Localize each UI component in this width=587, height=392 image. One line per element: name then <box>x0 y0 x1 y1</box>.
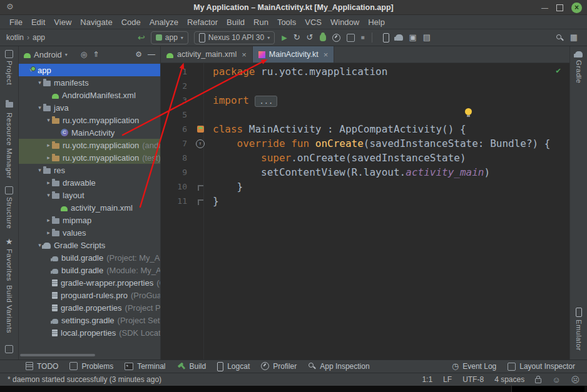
close-button[interactable]: × <box>571 3 582 13</box>
project-view-selector[interactable]: Android <box>34 50 62 59</box>
tree-item-manifests[interactable]: ▾manifests <box>19 76 160 89</box>
tool-window-gradle[interactable]: Gradle <box>570 50 587 84</box>
bottom-tool-build[interactable]: Build <box>171 362 212 371</box>
tab-activity-main-xml[interactable]: activity_main.xml× <box>161 46 253 63</box>
bottom-tool-layout-inspector[interactable]: Layout Inspector <box>502 362 581 371</box>
code-editor[interactable]: 1package ru.yotc.myapplication23import .… <box>161 63 569 359</box>
menu-window[interactable]: Window <box>326 16 364 28</box>
tree-item-build-gradle[interactable]: build.gradle(Project: My_Application) <box>19 251 160 264</box>
class-gutter-icon[interactable] <box>197 126 204 133</box>
locate-icon[interactable]: ◎ <box>81 50 87 59</box>
tree-item-gradle-wrapper-properties[interactable]: gradle-wrapper.properties(Gradle Version… <box>19 276 160 289</box>
collapsed-arrow-icon[interactable]: ▸ <box>45 154 52 161</box>
close-icon[interactable]: × <box>242 50 247 59</box>
collapsed-arrow-icon[interactable]: ▸ <box>45 142 52 148</box>
override-gutter-icon[interactable]: ↑ <box>196 139 205 148</box>
emoji-happy-icon[interactable]: ☺ <box>552 375 560 384</box>
run-config-selector[interactable]: app ▾ <box>151 31 188 44</box>
tool-window-structure[interactable]: Structure <box>0 186 18 229</box>
bottom-tool-logcat[interactable]: Logcat <box>212 362 255 371</box>
tree-item-ru-yotc-myapplication[interactable]: ▾ru.yotc.myapplication <box>19 114 160 126</box>
tool-window-build-variants[interactable]: Build Variants <box>0 285 18 333</box>
bottom-tool-app-inspection[interactable]: App Inspection <box>302 362 375 371</box>
menu-analyze[interactable]: Analyze <box>145 16 183 28</box>
back-arrow-icon[interactable]: ↩ <box>138 33 145 43</box>
minimize-button[interactable]: — <box>541 4 548 11</box>
search-icon[interactable] <box>556 34 564 42</box>
tree-item-res[interactable]: ▾res <box>19 164 160 176</box>
tool-window-layers[interactable] <box>0 345 18 353</box>
tree-item-drawable[interactable]: ▸drawable <box>19 176 160 189</box>
tool-window-emulator[interactable]: Emulator <box>570 308 587 351</box>
stop-icon[interactable]: ■ <box>361 33 365 42</box>
expanded-arrow-icon[interactable]: ▾ <box>36 79 43 86</box>
indent-indicator[interactable]: 4 spaces <box>494 375 524 384</box>
fold-marker-icon[interactable] <box>198 199 203 205</box>
tool-window-commander[interactable] <box>0 100 18 108</box>
collapsed-arrow-icon[interactable]: ▸ <box>45 217 52 223</box>
menu-refactor[interactable]: Refactor <box>183 16 222 28</box>
menu-run[interactable]: Run <box>249 16 273 28</box>
menu-help[interactable]: Help <box>364 16 389 28</box>
encoding-indicator[interactable]: UTF-8 <box>462 375 484 384</box>
apply-changes-icon[interactable]: ↻ <box>294 33 300 42</box>
collapsed-arrow-icon[interactable]: ▸ <box>45 179 52 186</box>
tree-item-layout[interactable]: ▾layout <box>19 189 160 201</box>
bottom-tool-profiler[interactable]: Profiler <box>255 362 302 371</box>
tree-item-activity-main-xml[interactable]: activity_main.xml <box>19 201 160 214</box>
apply-code-changes-icon[interactable]: ↺ <box>307 33 314 42</box>
device-manager-icon[interactable] <box>383 33 389 43</box>
close-icon[interactable]: × <box>324 50 329 59</box>
collapsed-arrow-icon[interactable]: ▸ <box>45 229 52 236</box>
tree-item-gradle-properties[interactable]: gradle.properties(Project Properties) <box>19 301 160 314</box>
collapse-all-icon[interactable]: ⇑ <box>93 50 99 59</box>
expanded-arrow-icon[interactable]: ▾ <box>45 117 52 123</box>
layout-validation-icon[interactable]: ▤ <box>423 33 431 42</box>
bottom-tool-terminal[interactable]: Terminal <box>119 362 171 371</box>
titlebar-gear-icon[interactable]: ⚙ <box>6 2 14 11</box>
tree-item-values[interactable]: ▸values <box>19 226 160 239</box>
tool-window-favorites[interactable]: ★ Favorites <box>0 238 18 281</box>
menu-build[interactable]: Build <box>222 16 249 28</box>
tree-item-ru-yotc-myapplication[interactable]: ▸ru.yotc.myapplication(test) <box>19 151 160 164</box>
settings-icon[interactable]: ⚙ <box>135 50 142 59</box>
tool-window-project[interactable]: Project <box>0 50 18 85</box>
attach-debugger-icon[interactable] <box>347 34 355 42</box>
expanded-arrow-icon[interactable]: ▾ <box>45 192 52 198</box>
breadcrumb-kotlin[interactable]: kotlin <box>6 33 24 42</box>
bottom-tool-problems[interactable]: Problems <box>64 362 119 371</box>
expanded-arrow-icon[interactable]: ▾ <box>36 167 43 173</box>
bottom-tool-todo[interactable]: TODO <box>20 362 64 371</box>
tree-item-app[interactable]: ▾app <box>19 64 160 76</box>
horizontal-scrollbar[interactable] <box>20 354 95 356</box>
tree-item-androidmanifest-xml[interactable]: AndroidManifest.xml <box>19 89 160 101</box>
menu-edit[interactable]: Edit <box>27 16 49 28</box>
project-structure-icon[interactable]: ▦ <box>570 33 578 42</box>
menu-tools[interactable]: Tools <box>273 16 300 28</box>
fold-marker-icon[interactable] <box>198 185 203 191</box>
maximize-button[interactable] <box>556 4 563 11</box>
sdk-manager-icon[interactable]: ▣ <box>409 33 417 42</box>
breadcrumb-app[interactable]: app <box>33 33 45 42</box>
device-selector[interactable]: Nexus 10 API 30 ▾ <box>194 31 275 44</box>
bottom-tool-event-log[interactable]: ◷Event Log <box>446 362 502 371</box>
debug-icon[interactable] <box>320 34 326 41</box>
tree-item-java[interactable]: ▾java <box>19 101 160 114</box>
menu-view[interactable]: View <box>49 16 76 28</box>
emoji-sad-icon[interactable]: ☹ <box>571 375 579 384</box>
hide-icon[interactable]: — <box>148 50 155 59</box>
gradle-sync-icon[interactable] <box>396 34 403 41</box>
tree-item-mipmap[interactable]: ▸mipmap <box>19 214 160 226</box>
menu-code[interactable]: Code <box>117 16 145 28</box>
profiler-icon[interactable] <box>332 34 340 42</box>
tree-item-local-properties[interactable]: local.properties(SDK Location) <box>19 326 160 339</box>
tab-mainactivity-kt[interactable]: MainActivity.kt× <box>253 46 335 63</box>
tree-item-settings-gradle[interactable]: settings.gradle(Project Settings) <box>19 314 160 326</box>
menu-file[interactable]: File <box>5 16 27 28</box>
run-icon[interactable]: ▶ <box>282 33 287 42</box>
tree-item-build-gradle[interactable]: build.gradle(Module: My_Application.app) <box>19 264 160 276</box>
caret-position[interactable]: 1:1 <box>422 375 432 384</box>
intention-bulb-icon[interactable] <box>465 108 472 115</box>
tree-item-proguard-rules-pro[interactable]: proguard-rules.pro(ProGuard Rules for ap… <box>19 289 160 301</box>
menu-vcs[interactable]: VCS <box>300 16 326 28</box>
